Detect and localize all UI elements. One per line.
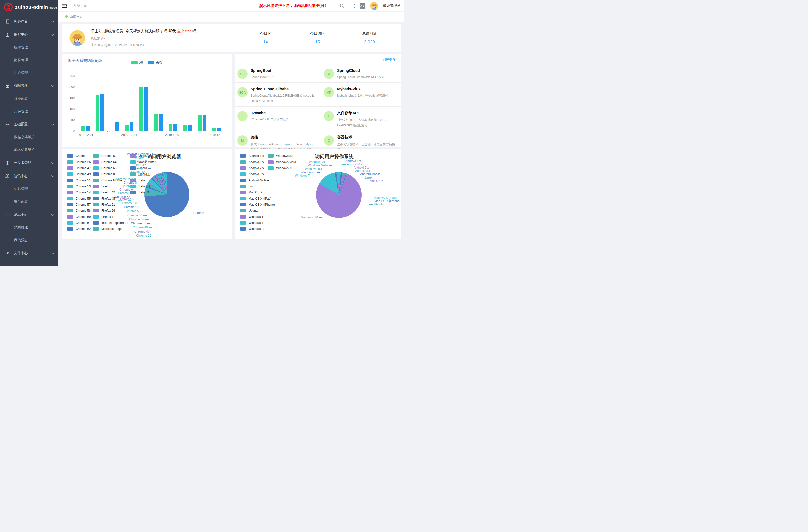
legend-item[interactable]: Internet Explorer 11 <box>93 220 128 226</box>
language-icon[interactable]: A文 <box>360 3 365 8</box>
bar-总数-2019-12-05 <box>144 87 148 131</box>
legend-swatch <box>67 215 73 219</box>
sidebar-item-7[interactable]: 消息中心 <box>0 208 58 221</box>
legend-item[interactable]: Chrome 61 <box>67 220 91 226</box>
legend-label: Android 8.x <box>249 172 264 176</box>
legend-item[interactable]: Windows 7 <box>240 220 275 226</box>
sidebar-item-2[interactable]: 用户中心 <box>0 28 58 41</box>
tab-home[interactable]: 系统主页 <box>58 12 86 21</box>
sidebar-subitem[interactable]: 岗位管理 <box>0 54 58 67</box>
current-user-name[interactable]: 超级管理员 <box>383 3 401 8</box>
legend-item[interactable]: Chrome 63 <box>93 153 128 159</box>
sidebar-subitem[interactable]: 角色管理 <box>0 105 58 118</box>
legend-swatch <box>240 154 246 158</box>
sidebar-item-6[interactable]: 短信中心 <box>0 169 58 183</box>
legend-item[interactable]: Windows 8.1 <box>268 153 296 159</box>
legend-item[interactable]: Android Mobile <box>240 177 275 183</box>
gridline <box>78 109 224 109</box>
sidebar-item-label: 务必详看 <box>14 19 51 23</box>
legend-item[interactable]: Mac OS X (iPad) <box>240 196 275 202</box>
learn-more-link[interactable]: 了解更多 <box>382 57 396 62</box>
legend-item[interactable]: Mac OS X (iPhone) <box>240 202 275 208</box>
search-icon[interactable] <box>339 3 345 8</box>
pie-label: Firefox 51 <box>134 163 152 167</box>
sidebar-subitem[interactable]: 用户管理 <box>0 67 58 79</box>
sidebar-item-4[interactable]: 基础配置 <box>0 118 58 131</box>
y-axis-tick <box>76 76 77 76</box>
sidebar-subitem[interactable]: 数据字典维护 <box>0 131 58 144</box>
breadcrumb[interactable]: 系统主页 <box>73 3 87 8</box>
legend-item[interactable]: Linux <box>240 183 275 189</box>
sidebar-subitem[interactable]: 账号配置 <box>0 195 58 208</box>
legend-item[interactable]: Chrome 65 <box>93 165 128 171</box>
legend-item[interactable]: Chrome 8 <box>93 171 128 177</box>
bar-您-2019-12-08 <box>183 125 187 131</box>
legend-item[interactable]: Firefox 56 <box>93 208 128 214</box>
legend-item[interactable]: Microsoft Edge <box>93 226 128 232</box>
legend-item[interactable]: Chrome 51 <box>67 177 91 183</box>
legend-item[interactable]: Chrome 26 <box>67 159 91 165</box>
legend-label: Chrome 26 <box>76 160 91 164</box>
legend-swatch <box>93 221 99 225</box>
legend-swatch <box>240 221 246 225</box>
sidebar-item-8[interactable]: 文件中心 <box>0 246 58 260</box>
x-axis-label: 2019-12-07 <box>162 133 184 137</box>
fullscreen-icon[interactable] <box>349 3 355 8</box>
bar-总数-2019-12-06 <box>159 114 163 131</box>
legend-item[interactable]: Chrome 59 <box>67 214 91 220</box>
sidebar-subitem-label: 用户管理 <box>14 71 54 75</box>
sidebar-subitem[interactable]: 短信管理 <box>0 183 58 195</box>
sidebar-subitem[interactable]: 消息推送 <box>0 221 58 234</box>
bar-总数-2019-12-04 <box>130 122 133 131</box>
legend-item[interactable]: Windows 8 <box>240 226 275 232</box>
legend-item[interactable]: Chrome 53 <box>67 183 91 189</box>
tech-item-desc: J2cache2.7.8: 二级缓存框架 <box>251 117 289 122</box>
star-link[interactable]: 点个star <box>177 29 191 33</box>
legend-item[interactable]: Windows 10 <box>240 214 275 220</box>
y-axis-tick <box>76 131 77 131</box>
legend-label: Chrome 8 <box>102 172 115 176</box>
legend-item[interactable]: Chrome 57 <box>67 202 91 208</box>
legend-item[interactable]: Chrome 54 <box>67 189 91 196</box>
sidebar-subitem[interactable]: 菜单配置 <box>0 92 58 105</box>
chevron-down-icon <box>51 251 54 255</box>
sidebar-subitem[interactable]: 我的消息 <box>0 234 58 246</box>
legend-label: Windows 7 <box>249 221 263 225</box>
y-axis-label: 50 <box>66 118 75 122</box>
browser-pie-card: 访问用户浏览器 ChromeChrome 26Chrome 47Chrome 4… <box>62 149 232 239</box>
sidebar-item-1[interactable]: 务必详看 <box>0 15 58 28</box>
legend-item[interactable]: Android 8.x <box>240 171 275 177</box>
legend-item[interactable]: Chrome 64 <box>93 159 128 165</box>
sidebar-subitem[interactable]: 地区信息维护 <box>0 144 58 156</box>
avatar[interactable] <box>370 2 378 10</box>
legend-swatch <box>268 154 274 158</box>
legend-item[interactable]: Mac OS X <box>240 189 275 196</box>
legend-item[interactable]: Firefox 7 <box>93 214 128 220</box>
stat-total-visits: 总访问量 2,029 <box>343 32 396 44</box>
sidebar-item-5[interactable]: 开发者管理 <box>0 156 58 169</box>
demo-warning-text: 演示环境维护不易，请勿乱删乱改数据！ <box>259 3 328 8</box>
legend-item[interactable]: Ubuntu <box>240 208 275 214</box>
legend-item[interactable]: Chrome <box>67 153 91 159</box>
logo-badge-cloud: cloud <box>50 6 57 9</box>
tech-abbr-badge: SB <box>237 69 247 79</box>
legend-item[interactable]: Chrome 58 <box>67 208 91 214</box>
legend-label: Chrome 62 <box>76 227 91 231</box>
collapse-sidebar-icon[interactable] <box>62 3 68 8</box>
sidebar-subitem[interactable]: 组织管理 <box>0 41 58 54</box>
tech-item-mp: MPMybatis-PlusMybatis-plus 3.2.0：Mybatis… <box>321 82 402 106</box>
logo[interactable]: Z zuihou-admin cloud <box>0 0 58 14</box>
legend-item[interactable]: Windows XP <box>268 165 296 171</box>
sidebar-subitem-label: 我的消息 <box>14 238 54 242</box>
sidebar-item-label: 消息中心 <box>14 212 51 217</box>
legend-item[interactable]: Chrome 62 <box>67 226 91 232</box>
legend-swatch <box>67 166 73 170</box>
sidebar-subitem-label: 短信管理 <box>14 187 54 191</box>
legend-item[interactable]: Chrome 47 <box>67 165 91 171</box>
sidebar: Z zuihou-admin cloud 务必详看用户中心组织管理岗位管理用户管… <box>0 0 58 266</box>
chevron-down-icon <box>51 84 54 88</box>
legend-item[interactable]: Chrome 49 <box>67 171 91 177</box>
sidebar-item-3[interactable]: 权限管理 <box>0 79 58 92</box>
legend-item[interactable]: Chrome 55 <box>67 196 91 202</box>
legend-item[interactable]: Windows Vista <box>268 159 296 165</box>
